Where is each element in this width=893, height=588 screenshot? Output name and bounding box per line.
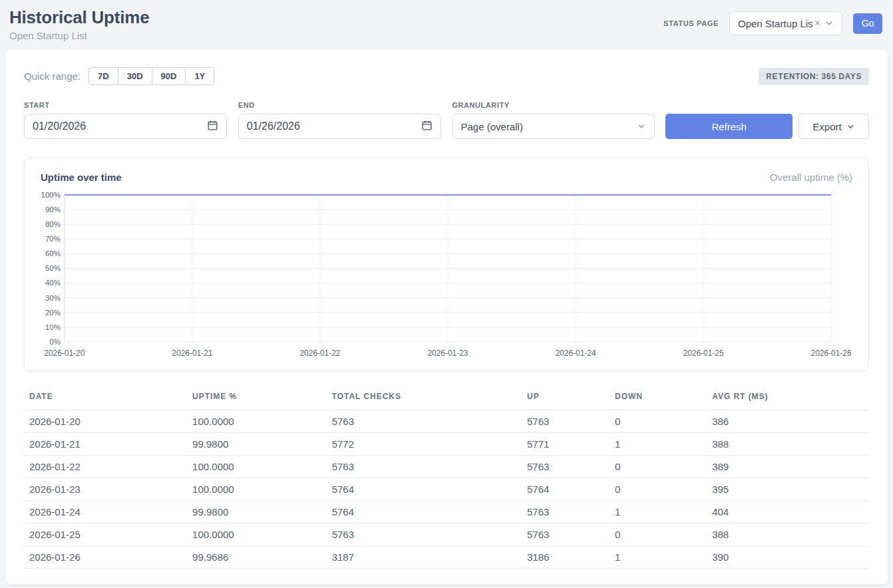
export-button-label: Export — [812, 121, 841, 132]
uptime-chart-svg: 0%10%20%30%40%50%60%70%80%90%100%2026-01… — [41, 191, 852, 361]
quick-range-1y-button[interactable]: 1Y — [185, 67, 214, 85]
start-date-input[interactable]: 01/20/2026 — [24, 114, 227, 139]
table-cell: 99.9800 — [187, 500, 327, 523]
end-date-value: 01/26/2026 — [247, 120, 300, 132]
table-cell: 5764 — [327, 500, 522, 523]
svg-text:80%: 80% — [45, 220, 61, 228]
svg-text:2026-01-21: 2026-01-21 — [172, 349, 212, 358]
table-cell: 100.0000 — [187, 523, 327, 545]
table-cell: 388 — [707, 523, 869, 545]
table-cell: 99.9686 — [187, 545, 327, 568]
svg-text:30%: 30% — [45, 294, 61, 302]
table-cell: 5763 — [327, 410, 522, 432]
table-cell: 2026-01-25 — [24, 523, 187, 545]
chart-card: Uptime over time Overall uptime (%) 0%10… — [24, 158, 869, 372]
export-button[interactable]: Export — [799, 114, 869, 139]
column-header: TOTAL CHECKS — [327, 388, 522, 410]
table-cell: 3186 — [522, 545, 610, 568]
calendar-icon[interactable] — [207, 120, 218, 134]
retention-badge: RETENTION: 365 DAYS — [759, 68, 869, 85]
table-cell: 5763 — [522, 523, 610, 545]
table-cell: 5763 — [327, 455, 522, 478]
chart-title: Uptime over time — [41, 172, 122, 183]
table-cell: 386 — [707, 410, 869, 432]
status-page-controls: STATUS PAGE Open Startup List × Go — [663, 11, 882, 35]
table-row: 2026-01-2699.9686318731861390 — [24, 545, 869, 568]
table-cell: 388 — [707, 432, 869, 455]
svg-text:2026-01-25: 2026-01-25 — [683, 349, 724, 358]
table-cell: 3187 — [327, 545, 522, 568]
table-row: 2026-01-23100.0000576457640395 — [24, 478, 869, 500]
table-cell: 99.9800 — [187, 432, 327, 455]
column-header: UP — [522, 388, 610, 410]
chevron-down-icon — [637, 122, 646, 131]
table-row: 2026-01-25100.0000576357630388 — [24, 523, 869, 545]
end-date-input[interactable]: 01/26/2026 — [238, 114, 441, 139]
table-head: DATEUPTIME %TOTAL CHECKSUPDOWNAVG RT (MS… — [24, 388, 869, 410]
table-cell: 5764 — [522, 478, 610, 500]
refresh-button[interactable]: Refresh — [665, 114, 793, 139]
uptime-table: DATEUPTIME %TOTAL CHECKSUPDOWNAVG RT (MS… — [24, 388, 869, 569]
granularity-select[interactable]: Page (overall) — [452, 114, 655, 139]
table-cell: 5772 — [327, 432, 522, 455]
quick-range-group: 7D30D90D1Y — [89, 67, 214, 85]
svg-text:70%: 70% — [45, 235, 61, 243]
column-header: AVG RT (MS) — [707, 388, 869, 410]
table-cell: 389 — [707, 455, 869, 478]
table-cell: 100.0000 — [187, 478, 327, 500]
table-row: 2026-01-20100.0000576357630386 — [24, 410, 869, 432]
granularity-label: GRANULARITY — [452, 101, 655, 109]
page-header: Historical Uptime Open Startup List STAT… — [0, 0, 893, 50]
granularity-select-value: Page (overall) — [461, 121, 523, 132]
column-header: UPTIME % — [187, 388, 327, 410]
svg-text:20%: 20% — [45, 309, 61, 317]
clear-icon[interactable]: × — [814, 18, 820, 29]
table-cell: 5763 — [327, 523, 522, 545]
go-button[interactable]: Go — [853, 13, 882, 34]
svg-text:40%: 40% — [45, 279, 61, 287]
status-page-select[interactable]: Open Startup List × — [729, 11, 842, 35]
table-cell: 5764 — [327, 478, 522, 500]
start-date-value: 01/20/2026 — [33, 120, 86, 132]
page-subtitle: Open Startup List — [9, 30, 149, 41]
chevron-down-icon — [846, 122, 855, 131]
end-date-field: END 01/26/2026 — [238, 101, 441, 139]
svg-text:90%: 90% — [45, 206, 61, 214]
table-cell: 404 — [707, 500, 869, 523]
table-body: 2026-01-20100.00005763576303862026-01-21… — [24, 410, 869, 568]
svg-text:2026-01-26: 2026-01-26 — [811, 349, 852, 358]
svg-text:100%: 100% — [41, 191, 61, 199]
quick-range-90d-button[interactable]: 90D — [152, 67, 186, 85]
table-cell: 5763 — [522, 455, 610, 478]
table-row: 2026-01-2199.9800577257711388 — [24, 432, 869, 455]
svg-text:0%: 0% — [49, 338, 61, 346]
title-block: Historical Uptime Open Startup List — [9, 7, 149, 41]
end-label: END — [238, 101, 441, 109]
table-cell: 1 — [610, 432, 707, 455]
table-cell: 100.0000 — [187, 455, 327, 478]
start-label: START — [24, 101, 227, 109]
column-header: DOWN — [610, 388, 707, 410]
quick-range-30d-button[interactable]: 30D — [118, 67, 152, 85]
table-cell: 2026-01-26 — [24, 545, 187, 568]
table-cell: 0 — [610, 523, 707, 545]
table-cell: 0 — [610, 478, 707, 500]
filters-row: START 01/20/2026 END 01/26/2026 GRANULAR… — [24, 101, 869, 139]
quick-range-label: Quick range: — [24, 71, 81, 82]
table-cell: 5763 — [522, 500, 610, 523]
svg-text:2026-01-22: 2026-01-22 — [299, 349, 340, 358]
quick-range-row: Quick range: 7D30D90D1Y RETENTION: 365 D… — [24, 67, 869, 85]
table-cell: 395 — [707, 478, 869, 500]
quick-range-7d-button[interactable]: 7D — [89, 67, 118, 85]
svg-text:2026-01-20: 2026-01-20 — [44, 349, 85, 358]
calendar-icon[interactable] — [421, 120, 433, 134]
svg-text:10%: 10% — [45, 323, 61, 331]
chevron-down-icon — [824, 19, 834, 28]
status-page-select-value: Open Startup List — [738, 18, 813, 29]
svg-text:2026-01-24: 2026-01-24 — [555, 349, 596, 358]
chart-legend: Overall uptime (%) — [770, 172, 852, 183]
table-cell: 1 — [610, 500, 707, 523]
main-card: Quick range: 7D30D90D1Y RETENTION: 365 D… — [5, 50, 888, 585]
chart-header: Uptime over time Overall uptime (%) — [41, 172, 852, 183]
page-title: Historical Uptime — [9, 7, 149, 28]
